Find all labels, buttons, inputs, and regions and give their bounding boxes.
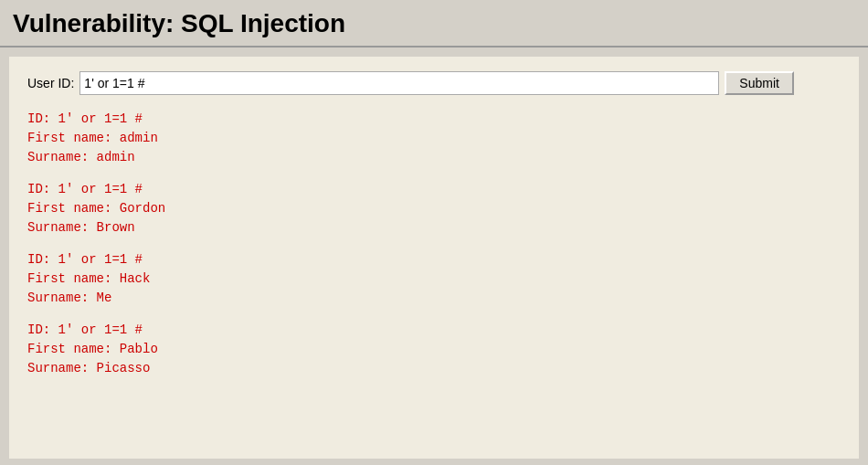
result-surname-line: Surname: admin: [27, 148, 841, 167]
result-id-line: ID: 1' or 1=1 #: [27, 250, 841, 269]
result-id-line: ID: 1' or 1=1 #: [27, 110, 841, 129]
page-title: Vulnerability: SQL Injection: [13, 9, 855, 38]
form-row: User ID: Submit: [27, 71, 841, 95]
main-content: User ID: Submit ID: 1' or 1=1 #First nam…: [9, 57, 859, 459]
submit-button[interactable]: Submit: [725, 71, 794, 95]
result-first-name-line: First name: Pablo: [27, 340, 841, 359]
user-id-input[interactable]: [79, 71, 719, 95]
result-surname-line: Surname: Brown: [27, 218, 841, 238]
result-block: ID: 1' or 1=1 #First name: PabloSurname:…: [27, 321, 841, 378]
result-id-line: ID: 1' or 1=1 #: [27, 321, 841, 340]
user-id-label: User ID:: [27, 76, 74, 90]
result-first-name-line: First name: admin: [27, 129, 841, 148]
result-block: ID: 1' or 1=1 #First name: adminSurname:…: [27, 110, 841, 167]
result-block: ID: 1' or 1=1 #First name: HackSurname: …: [27, 250, 841, 308]
result-block: ID: 1' or 1=1 #First name: GordonSurname…: [27, 180, 841, 238]
results-container: ID: 1' or 1=1 #First name: adminSurname:…: [27, 110, 841, 378]
result-surname-line: Surname: Me: [27, 289, 841, 308]
result-first-name-line: First name: Hack: [27, 269, 841, 289]
result-id-line: ID: 1' or 1=1 #: [27, 180, 841, 199]
result-first-name-line: First name: Gordon: [27, 199, 841, 218]
result-surname-line: Surname: Picasso: [27, 359, 841, 378]
